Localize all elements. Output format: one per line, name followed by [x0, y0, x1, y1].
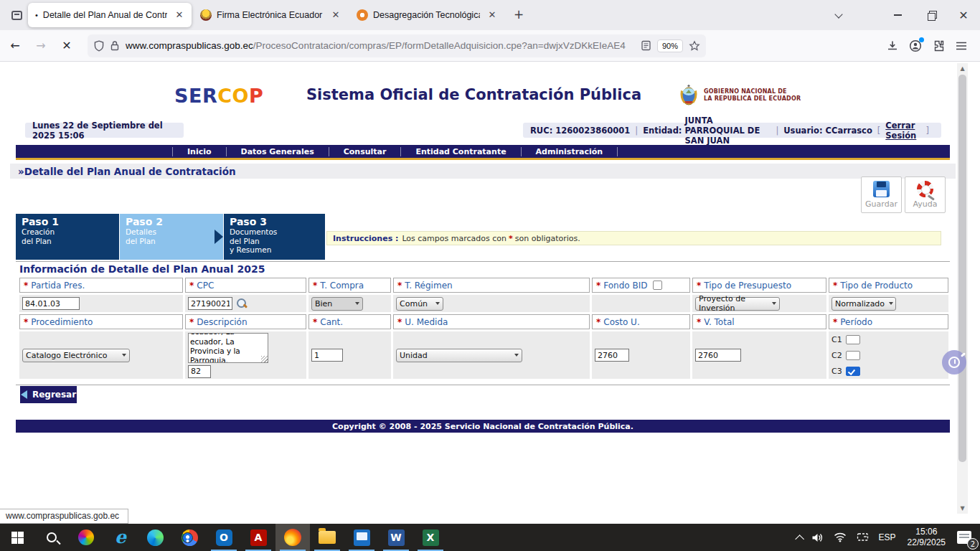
partida-input[interactable]: [22, 297, 80, 310]
new-tab-button[interactable]: +: [509, 6, 528, 24]
taskbar-firefox-button[interactable]: [275, 524, 310, 551]
taskbar-outlook-button[interactable]: O: [207, 524, 241, 551]
notification-badge: 2: [967, 538, 979, 550]
wifi-icon: [834, 532, 847, 542]
downloads-icon[interactable]: [881, 34, 904, 57]
tab-close-icon[interactable]: ✕: [486, 9, 499, 22]
u-medida-select[interactable]: Unidad: [396, 349, 522, 362]
firefox-view-icon[interactable]: [6, 5, 27, 25]
header-tipo-producto: *Tipo de Producto: [829, 278, 948, 293]
header-procedimiento: *Procedimiento: [19, 314, 183, 329]
taskbar-internet-explorer-button[interactable]: e: [103, 524, 138, 551]
taskbar-chrome-button[interactable]: [172, 524, 207, 551]
c3-checkbox[interactable]: [846, 367, 860, 376]
taskbar-file-explorer-button[interactable]: [310, 524, 344, 551]
scroll-up-icon[interactable]: ▲: [957, 63, 968, 74]
tab-desagregacion[interactable]: Desagregación Tecnológica: Cál ✕: [349, 3, 504, 27]
tipo-presupuesto-select[interactable]: Proyecto de Inversión: [695, 297, 780, 311]
cpc-search-icon[interactable]: [236, 298, 248, 309]
status-tooltip: www.compraspublicas.gob.ec: [0, 509, 128, 524]
step-1: Paso 1 Creación del Plan: [16, 214, 119, 260]
back-button[interactable]: ←: [4, 35, 26, 57]
vertical-scrollbar[interactable]: ▲ ▼: [957, 63, 968, 514]
tray-time: 15:06: [908, 527, 946, 537]
menu-hamburger-icon[interactable]: [950, 34, 973, 57]
taskbar-clock[interactable]: 15:06 22/9/2025: [901, 527, 952, 548]
tab-firma-electronica[interactable]: Firma Electrónica Ecuador - Firn ✕: [193, 3, 348, 27]
reader-mode-icon[interactable]: [641, 40, 651, 51]
wifi-button[interactable]: [829, 524, 852, 551]
zoom-level-badge[interactable]: 90%: [657, 39, 683, 52]
bookmark-star-icon[interactable]: [689, 40, 700, 52]
url-bar[interactable]: www.compraspublicas.gob.ec/ProcesoContra…: [88, 34, 706, 57]
window-restore-button[interactable]: [914, 0, 947, 30]
window-close-button[interactable]: ✕: [947, 0, 980, 30]
account-icon[interactable]: [904, 34, 927, 57]
excel-icon: X: [423, 529, 439, 546]
url-text[interactable]: www.compraspublicas.gob.ec/ProcesoContra…: [126, 40, 641, 51]
menu-item-consultar[interactable]: Consultar: [329, 147, 401, 156]
start-button[interactable]: [0, 524, 34, 551]
c1-checkbox[interactable]: [846, 335, 860, 344]
logout-link[interactable]: Cerrar Sesión: [885, 121, 920, 141]
tab-close-icon[interactable]: ✕: [329, 9, 342, 22]
user-value: CCarrasco: [826, 126, 872, 136]
procedimiento-select[interactable]: Catalogo Electrónico: [22, 349, 130, 362]
scroll-down-icon[interactable]: ▼: [957, 503, 968, 514]
menu-item-datos-generales[interactable]: Datos Generales: [226, 147, 329, 156]
taskbar-copilot-button[interactable]: [69, 524, 103, 551]
menu-item-administracion[interactable]: Administración: [521, 147, 618, 156]
tab-close-icon[interactable]: ✕: [173, 9, 186, 22]
extensions-puzzle-icon[interactable]: [927, 34, 950, 57]
regresar-button[interactable]: Regresar: [20, 386, 77, 403]
resize-grip-icon[interactable]: [261, 356, 268, 362]
section-divider-bottom: [16, 385, 950, 385]
t-compra-select[interactable]: Bien: [311, 297, 363, 311]
stop-button[interactable]: ✕: [56, 35, 77, 57]
display-cast-button[interactable]: [852, 524, 874, 551]
tipo-producto-select[interactable]: Normalizado: [831, 297, 896, 311]
volume-button[interactable]: [806, 524, 829, 551]
forward-button[interactable]: →: [30, 35, 52, 57]
step-2-current: Paso 2 Detalles del Plan: [120, 214, 223, 260]
descripcion-textarea[interactable]: ecuador, La Provincia y la Parroquia. ec…: [188, 333, 268, 363]
chevron-up-icon: [795, 534, 804, 544]
guardar-button[interactable]: Guardar: [861, 176, 902, 213]
c2-checkbox[interactable]: [846, 351, 860, 360]
entity-label: Entidad:: [643, 126, 682, 136]
t-regimen-select[interactable]: Común: [396, 297, 443, 311]
taskbar-acrobat-button[interactable]: A: [241, 524, 275, 551]
window-minimize-button[interactable]: [881, 0, 914, 30]
step-3: Paso 3 Documentos del Plan y Resumen: [224, 214, 325, 260]
taskbar-photos-app-button[interactable]: [344, 524, 379, 551]
language-indicator[interactable]: ESP: [874, 524, 901, 551]
gold-divider: [16, 158, 950, 160]
cpc-input[interactable]: [188, 297, 232, 310]
floating-extension-widget[interactable]: [942, 350, 966, 375]
ruc-label: RUC:: [530, 126, 552, 136]
descripcion-code-input[interactable]: [188, 365, 211, 378]
tab-detalle-plan[interactable]: • Detalle del Plan Anual de Contr ✕: [28, 3, 192, 27]
fondo-bid-checkbox[interactable]: [653, 281, 662, 290]
v-total-input[interactable]: [695, 349, 741, 362]
taskbar-edge-button[interactable]: [138, 524, 172, 551]
select-arrow-icon: [435, 302, 440, 305]
copilot-icon: [78, 529, 94, 545]
lock-icon[interactable]: [110, 40, 120, 51]
ayuda-button[interactable]: Ayuda: [905, 176, 946, 213]
costo-u-input[interactable]: [595, 349, 629, 362]
tracking-shield-icon[interactable]: [93, 40, 105, 52]
menu-item-inicio[interactable]: Inicio: [172, 147, 226, 156]
list-all-tabs-icon[interactable]: [829, 5, 849, 25]
taskbar-excel-button[interactable]: X: [413, 524, 448, 551]
taskbar-word-button[interactable]: W: [379, 524, 413, 551]
notification-center-button[interactable]: 2: [952, 524, 980, 551]
url-domain: www.compraspublicas.gob.ec: [126, 40, 253, 51]
ruc-value: 1260023860001: [555, 126, 630, 136]
ecuador-coat-of-arms-icon: [678, 82, 699, 109]
tray-expand-button[interactable]: [790, 524, 806, 551]
scrollbar-thumb[interactable]: [958, 75, 966, 462]
menu-item-entidad-contratante[interactable]: Entidad Contratante: [400, 147, 520, 156]
cantidad-input[interactable]: [311, 349, 343, 362]
taskbar-search-button[interactable]: [34, 524, 69, 551]
